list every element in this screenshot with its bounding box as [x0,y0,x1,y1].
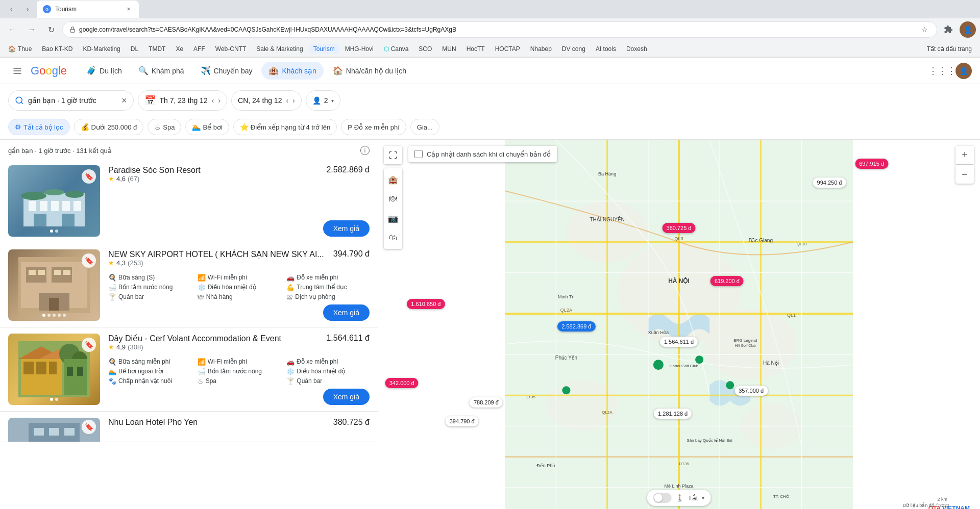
expand-map-button[interactable] [384,146,402,164]
filter-parking[interactable]: P Đỗ xe miễn phí [341,119,406,135]
bookmark-star-button[interactable]: ☆ [918,23,930,36]
checkout-prev-button[interactable]: ‹ [286,96,288,105]
tab-nav-prev[interactable]: ‹ [4,2,18,16]
user-avatar-button[interactable]: 👤 [955,63,972,79]
price-marker-12[interactable]: 1.281.128 đ [654,409,692,419]
tab-du-lich[interactable]: 🧳 Du lịch [79,62,129,80]
map-update-checkbox[interactable]: Cập nhật danh sách khi di chuyển bản đồ [408,146,557,162]
tab-chuyen-bay[interactable]: ✈️ Chuyến bay [193,62,260,80]
hotel-3-save-button[interactable]: 🔖 [82,338,96,352]
guests-picker[interactable]: 👤 2 ▾ [306,90,340,111]
hotel-card-4[interactable]: 🔖 Nhu Loan Hotel Pho Yen 380.725 đ [0,412,378,442]
price-marker-10[interactable]: 394.790 đ [446,416,479,426]
extensions-button[interactable] [940,21,957,38]
hotel-card-3[interactable]: 🔖 Dây Diều - Cerf Volant Accommodation &… [0,327,378,412]
bookmark-nhabep[interactable]: Nhabep [526,44,556,54]
hotel-1-dots [50,230,58,233]
bookmark-aff[interactable]: AFF [189,44,209,54]
checkin-next-button[interactable]: › [218,96,220,105]
forward-button[interactable]: → [23,21,40,38]
checkin-date-picker[interactable]: 📅 Th 7, 23 thg 12 ‹ › [138,90,228,111]
google-apps-button[interactable]: ⋮⋮⋮ [933,62,951,80]
hotel-4-save-button[interactable]: 🔖 [82,420,96,434]
hotel-3-view-price-button[interactable]: Xem giá [323,389,370,405]
bookmark-tmdt[interactable]: TMDT [144,44,169,54]
bookmark-sco[interactable]: SCO [414,44,436,54]
bookmark-all[interactable]: Tất cả dấu trang [923,44,976,54]
hotel-2-amenities: 🍳 Bữa sáng (S) 📶 Wi-Fi miễn phí 🚗 Đỗ xe … [108,274,370,301]
menu-button[interactable] [8,62,27,80]
info-icon-button[interactable]: i [360,146,370,155]
address-bar[interactable]: google.com/travel/search?ts=CAESABoAKgIK… [62,21,937,38]
hotel-1-view-price-button[interactable]: Xem giá [323,220,370,237]
bookmark-bao-kt-kd[interactable]: Bao KT-KD [38,44,77,54]
bookmark-xe[interactable]: Xe [172,44,187,54]
filter-more[interactable]: Gia... [410,119,439,135]
bookmark-kd-marketing[interactable]: KD-Marketing [79,44,124,54]
bookmark-thue[interactable]: 🏠 Thue [4,44,36,54]
map-camera-filter-button[interactable]: 📷 [384,209,402,227]
tab-kham-pha[interactable]: 🔍 Khám phá [131,62,191,80]
map-container[interactable]: QL3 QL2A QL1 DT35 QL18 QL2A DT35 HÀ NỘI … [378,140,980,509]
bookmark-web-cntt[interactable]: Web-CNTT [211,44,250,54]
tab-nav-next[interactable]: › [20,2,35,16]
price-marker-11[interactable]: 357.000 đ [734,386,768,396]
hotel-card-1[interactable]: 🔖 Paradise Sóc Sơn Resort ★ 4,6 (67) [0,159,378,243]
svg-rect-34 [77,367,83,376]
zoom-out-button[interactable]: − [955,165,974,184]
map-restaurant-filter-button[interactable]: 🍽 [384,190,402,208]
price-marker-2[interactable]: 994.250 đ [813,177,846,188]
dot-4 [58,314,61,317]
bookmark-doxesh[interactable]: Doxesh [622,44,651,54]
price-marker-3[interactable]: 380.725 đ [663,223,696,233]
hotel-card-2[interactable]: 🔖 NEW SKY AIRPORT HOTEL ( KHÁCH SẠN NEW … [0,243,378,327]
map-shopping-filter-button[interactable]: 🛍 [384,228,402,247]
amenity-3-bar: 🍸 Quán bar [286,377,370,385]
checkout-next-button[interactable]: › [292,96,295,105]
reload-button[interactable]: ↻ [43,21,59,38]
hotel-4-image-wrapper: 🔖 [8,418,100,442]
hotel-1-save-button[interactable]: 🔖 [82,169,96,184]
amenity-3-spa: ♨ Spa [198,377,281,385]
bookmark-tourism[interactable]: Tourism [309,44,339,54]
bookmark-mun[interactable]: MUN [438,44,460,54]
hotel-2-view-price-button[interactable]: Xem giá [323,304,370,321]
map-update-input[interactable] [414,150,423,158]
bookmark-ai-tools[interactable]: AI tools [592,44,620,54]
filter-rating[interactable]: ⭐ Điểm xếp hạng từ 4 trở lên [233,119,337,135]
bookmark-hoctap[interactable]: HOCTAP [491,44,524,54]
map-hotel-filter-button[interactable]: 🏨 [384,170,402,189]
filter-all[interactable]: ⚙ Tất cả bộ lọc [8,119,70,135]
price-marker-7[interactable]: 1.564.611 đ [660,337,698,347]
bookmark-dl[interactable]: DL [127,44,142,54]
price-marker-1[interactable]: 697.915 đ [855,159,888,169]
price-marker-9[interactable]: 788.209 đ [470,397,503,408]
bookmark-dv-cong[interactable]: DV cong [558,44,590,54]
zoom-in-button[interactable]: + [955,146,974,164]
active-tab[interactable]: G Tourism × [37,1,139,18]
filter-spa[interactable]: ♨ Spa [148,119,181,135]
price-marker-8[interactable]: 342.000 đ [385,378,419,388]
profile-button[interactable]: 👤 [960,21,976,38]
map-toggle[interactable] [653,493,672,503]
search-input-wrapper[interactable]: × [8,90,134,111]
checkout-date-picker[interactable]: CN, 24 thg 12 ‹ › [231,90,302,111]
bookmark-mhg-hovi[interactable]: MHG-Hovi [341,44,378,54]
svg-rect-39 [64,428,75,436]
tab-nha-can-ho[interactable]: 🏠 Nhà/căn hộ du lịch [326,62,413,80]
checkin-prev-button[interactable]: ‹ [212,96,214,105]
clear-search-button[interactable]: × [121,95,127,106]
hotel-2-save-button[interactable]: 🔖 [82,253,96,268]
bookmark-sale-marketing[interactable]: Sale & Marketing [252,44,307,54]
bookmark-hoctt[interactable]: HocTT [462,44,489,54]
bookmark-canva[interactable]: ⬡ Canva [380,44,413,54]
price-marker-4[interactable]: 619.200 đ [710,276,744,286]
search-input[interactable] [28,96,117,105]
price-marker-6[interactable]: 2.582.869 đ [557,321,595,332]
filter-price[interactable]: 💰 Dưới 250.000 đ [74,119,144,135]
tab-close-button[interactable]: × [125,5,133,13]
filter-pool[interactable]: 🏊 Bể bơi [185,119,229,135]
tab-khach-san[interactable]: 🏨 Khách sạn [261,62,323,80]
back-button[interactable]: ← [4,21,20,38]
price-marker-5[interactable]: 1.610.650 đ [407,299,445,309]
